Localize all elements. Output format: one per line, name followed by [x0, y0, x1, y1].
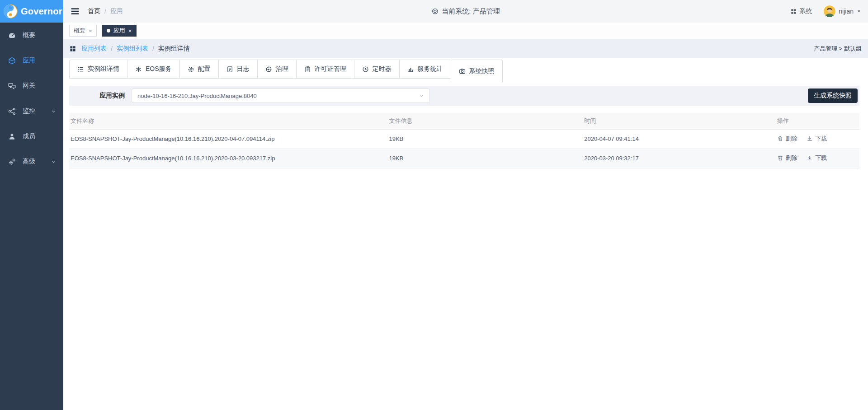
file-info-cell: 19KB — [387, 129, 583, 149]
sidebar-nav: 概要 应用 网关 监控 成员 高级 — [0, 23, 63, 174]
breadcrumb-home[interactable]: 首页 — [88, 7, 100, 15]
breadcrumb-separator: / — [152, 45, 154, 52]
download-button[interactable]: 下载 — [807, 135, 827, 143]
close-icon[interactable]: × — [89, 28, 92, 34]
tab-logs[interactable]: 日志 — [218, 60, 258, 79]
table-header-row: 文件名称 文件信息 时间 操作 — [69, 113, 859, 129]
system-menu-label: 系统 — [799, 7, 812, 15]
grid-icon — [791, 9, 797, 14]
file-name-cell: EOS8-SNAPSHOT-Jay-ProductManage(10.16.16… — [69, 129, 387, 149]
sidebar-item-monitor[interactable]: 监控 — [0, 98, 63, 124]
delete-label: 删除 — [786, 154, 797, 162]
tab-timer[interactable]: 定时器 — [354, 60, 400, 79]
gear-icon — [188, 66, 194, 73]
username: nijian — [839, 8, 854, 15]
detail-tabs: 实例组详情 EOS服务 配置 日志 治理 — [69, 60, 859, 82]
breadcrumb-separator: / — [104, 8, 106, 15]
gateway-icon — [8, 82, 16, 90]
breadcrumb-instance-group-detail: 实例组详情 — [158, 45, 190, 53]
tab-label: 服务统计 — [418, 65, 443, 73]
download-icon — [807, 135, 813, 142]
instance-select[interactable]: node-10-16-16-210:Jay-ProductManage:8040 — [132, 89, 430, 103]
tab-service-stats[interactable]: 服务统计 — [399, 60, 451, 79]
sidebar-item-gateway[interactable]: 网关 — [0, 73, 63, 98]
sidebar-item-applications[interactable]: 应用 — [0, 48, 63, 73]
member-icon — [8, 133, 16, 140]
tab-label: 配置 — [198, 65, 211, 73]
download-label: 下载 — [815, 154, 827, 162]
sidebar: Governor 概要 应用 网关 监控 成员 — [0, 0, 63, 410]
user-menu[interactable]: nijian — [824, 5, 861, 17]
download-button[interactable]: 下载 — [807, 154, 827, 162]
tab-instance-group-detail[interactable]: 实例组详情 — [69, 60, 127, 79]
logo: Governor — [0, 0, 63, 23]
app-root: Governor 概要 应用 网关 监控 成员 — [0, 0, 868, 410]
tag-applications[interactable]: 应用 × — [102, 25, 137, 37]
trash-icon — [777, 155, 783, 161]
generate-snapshot-button[interactable]: 生成系统快照 — [808, 89, 858, 103]
app-cube-icon — [8, 57, 16, 65]
hamburger-menu-icon[interactable] — [70, 6, 80, 16]
sidebar-item-advanced[interactable]: 高级 — [0, 149, 63, 174]
instance-label: 应用实例 — [99, 92, 125, 100]
download-label: 下载 — [815, 135, 827, 143]
monitor-share-icon — [8, 107, 16, 115]
chevron-down-icon — [51, 159, 56, 164]
active-dot — [107, 29, 110, 33]
breadcrumb-app-list[interactable]: 应用列表 — [81, 45, 107, 53]
chevron-down-icon — [51, 109, 56, 114]
col-time: 时间 — [583, 113, 776, 129]
system-menu-button[interactable]: 系统 — [791, 7, 812, 15]
close-icon[interactable]: × — [128, 28, 132, 34]
governor-swirl-logo — [3, 4, 18, 19]
tag-label: 应用 — [113, 27, 125, 35]
col-actions: 操作 — [776, 113, 859, 129]
sidebar-item-label: 网关 — [23, 82, 35, 90]
sidebar-item-label: 成员 — [23, 132, 35, 140]
delete-button[interactable]: 删除 — [777, 154, 797, 162]
time-cell: 2020-04-07 09:41:14 — [583, 129, 776, 149]
tab-license-management[interactable]: 许可证管理 — [296, 60, 354, 79]
sidebar-item-label: 概要 — [23, 31, 35, 39]
governance-icon — [265, 66, 272, 73]
sidebar-item-label: 高级 — [23, 158, 35, 166]
table-row: EOS8-SNAPSHOT-Jay-ProductManage(10.16.16… — [69, 129, 859, 149]
stats-bars-icon — [407, 66, 414, 73]
logo-text: Governor — [21, 6, 62, 17]
table-row: EOS8-SNAPSHOT-Jay-ProductManage(10.16.16… — [69, 149, 859, 168]
delete-label: 删除 — [786, 135, 797, 143]
actions-cell: 删除 下载 — [776, 149, 859, 168]
tab-governance[interactable]: 治理 — [257, 60, 297, 79]
file-info-cell: 19KB — [387, 149, 583, 168]
tab-label: 实例组详情 — [88, 65, 119, 73]
sidebar-item-label: 应用 — [23, 56, 35, 65]
tab-label: 系统快照 — [469, 67, 495, 75]
snapshot-table: 文件名称 文件信息 时间 操作 EOS8-SNAPSHOT-Jay-Produc… — [69, 113, 859, 168]
tab-configuration[interactable]: 配置 — [179, 60, 219, 79]
log-file-icon — [226, 66, 233, 73]
content-panel: 实例组详情 EOS服务 配置 日志 治理 — [63, 58, 868, 410]
instance-select-value: node-10-16-16-210:Jay-ProductManage:8040 — [137, 93, 257, 99]
tab-system-snapshot[interactable]: 系统快照 — [451, 60, 503, 82]
system-group-path: 产品管理 > 默认组 — [814, 45, 862, 53]
instance-selector-row: 应用实例 node-10-16-16-210:Jay-ProductManage… — [69, 86, 859, 106]
sidebar-item-label: 监控 — [23, 107, 35, 115]
sidebar-item-members[interactable]: 成员 — [0, 124, 63, 149]
eye-icon — [431, 8, 439, 15]
page-breadcrumb-row: 应用列表 / 实例组列表 / 实例组详情 产品管理 > 默认组 — [63, 39, 868, 58]
col-file-info: 文件信息 — [387, 113, 583, 129]
tag-overview[interactable]: 概要 × — [69, 25, 97, 37]
col-file-name: 文件名称 — [69, 113, 387, 129]
timer-clock-icon — [362, 66, 369, 73]
camera-icon — [459, 68, 466, 75]
tab-eos-service[interactable]: EOS服务 — [127, 60, 180, 79]
breadcrumb-instance-group-list[interactable]: 实例组列表 — [117, 45, 148, 53]
main-area: 首页 / 应用 当前系统: 产品管理 系统 nijian — [63, 0, 868, 410]
eos-service-icon — [135, 66, 142, 73]
delete-button[interactable]: 删除 — [777, 135, 797, 143]
tab-label: 许可证管理 — [315, 65, 346, 73]
avatar — [824, 5, 835, 17]
current-system-text: 当前系统: 产品管理 — [442, 7, 500, 16]
sidebar-item-overview[interactable]: 概要 — [0, 23, 63, 48]
dashboard-icon — [8, 32, 16, 39]
